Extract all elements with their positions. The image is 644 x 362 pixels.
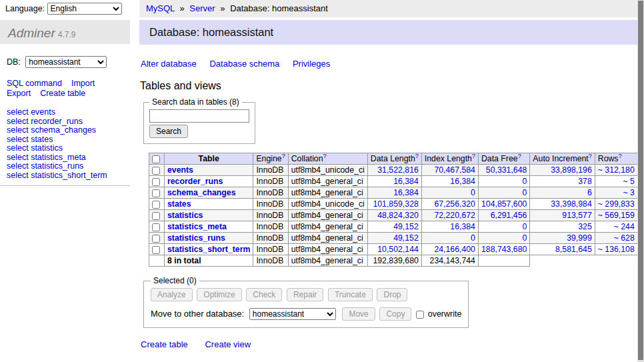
data-length-link[interactable]: 10,502,144 xyxy=(377,245,419,254)
help-link-icon[interactable]: ? xyxy=(589,153,592,159)
help-link-icon[interactable]: ? xyxy=(518,153,521,159)
select-table-link[interactable]: select xyxy=(7,125,29,135)
index-length-link[interactable]: 16,384 xyxy=(450,222,475,231)
data-free-link[interactable]: 0 xyxy=(523,233,527,243)
data-free-link[interactable]: 6,291,456 xyxy=(491,211,527,220)
move-button[interactable]: Move xyxy=(342,307,375,321)
rows-count-link[interactable]: ~ 299,833 xyxy=(598,199,635,209)
select-table-link[interactable]: select xyxy=(7,171,29,180)
table-name-link[interactable]: statistics_meta xyxy=(167,222,227,231)
row-checkbox[interactable] xyxy=(152,178,160,186)
data-free-link[interactable]: 104,857,600 xyxy=(481,199,527,209)
copy-button[interactable]: Copy xyxy=(379,307,411,321)
table-name-link[interactable]: schema_changes xyxy=(167,188,236,197)
create-table-link[interactable]: Create table xyxy=(141,339,188,349)
help-link-icon[interactable]: ? xyxy=(282,153,285,159)
auto-increment-link[interactable]: 913,577 xyxy=(562,211,591,220)
table-name-link[interactable]: events xyxy=(167,165,193,175)
select-table-link[interactable]: select xyxy=(7,135,29,144)
row-checkbox[interactable] xyxy=(152,246,160,254)
rows-count-link[interactable]: ~ 312,180 xyxy=(598,165,635,175)
select-table-link[interactable]: select xyxy=(7,117,29,126)
table-structure-link[interactable]: events xyxy=(31,107,55,117)
table-name-link[interactable]: statistics_runs xyxy=(167,233,225,243)
data-free-link[interactable]: 0 xyxy=(523,222,527,231)
row-checkbox[interactable] xyxy=(152,189,160,197)
analyze-button[interactable]: Analyze xyxy=(151,288,193,301)
index-length-link[interactable]: 0 xyxy=(471,233,475,243)
rows-count-link[interactable]: ~ 569,159 xyxy=(598,211,635,220)
table-name-link[interactable]: recorder_runs xyxy=(167,177,223,186)
data-free-link[interactable]: 0 xyxy=(523,188,527,197)
select-table-link[interactable]: select xyxy=(7,143,29,153)
select-table-link[interactable]: select xyxy=(7,153,29,162)
help-link-icon[interactable]: ? xyxy=(619,153,622,159)
table-structure-link[interactable]: statistics_meta xyxy=(31,153,86,162)
export-link[interactable]: Export xyxy=(7,89,31,98)
overwrite-checkbox[interactable] xyxy=(416,311,424,319)
table-structure-link[interactable]: states xyxy=(31,135,53,144)
select-table-link[interactable]: select xyxy=(7,161,29,171)
auto-increment-link[interactable]: 325 xyxy=(578,222,592,231)
table-structure-link[interactable]: statistics_runs xyxy=(31,161,83,171)
index-length-link[interactable]: 70,467,584 xyxy=(434,165,475,175)
sql-command-link[interactable]: SQL command xyxy=(7,79,62,88)
auto-increment-link[interactable]: 33,398,984 xyxy=(551,199,592,209)
rows-count-link[interactable]: ~ 5 xyxy=(623,177,634,186)
alter-database-link[interactable]: Alter database xyxy=(141,59,197,69)
index-length-link[interactable]: 16,384 xyxy=(450,177,475,186)
auto-increment-link[interactable]: 6 xyxy=(587,188,592,197)
scrollbar-thumb[interactable] xyxy=(638,1,643,360)
breadcrumb-server-link[interactable]: Server xyxy=(189,3,215,13)
language-select[interactable]: English xyxy=(47,3,122,15)
data-length-link[interactable]: 49,152 xyxy=(393,233,419,243)
help-link-icon[interactable]: ? xyxy=(472,153,475,159)
help-link-icon[interactable]: ? xyxy=(323,153,327,159)
table-structure-link[interactable]: statistics_short_term xyxy=(31,171,107,180)
breadcrumb-mysql-link[interactable]: MySQL xyxy=(146,3,175,13)
auto-increment-link[interactable]: 33,898,196 xyxy=(551,165,592,175)
create-view-link[interactable]: Create view xyxy=(205,339,251,349)
auto-increment-link[interactable]: 39,999 xyxy=(567,233,592,243)
table-structure-link[interactable]: recorder_runs xyxy=(31,117,83,126)
data-length-link[interactable]: 16,384 xyxy=(393,177,419,186)
data-free-link[interactable]: 188,743,680 xyxy=(481,245,527,254)
index-length-link[interactable]: 67,256,320 xyxy=(434,199,475,209)
data-length-link[interactable]: 16,384 xyxy=(393,188,419,197)
select-table-link[interactable]: select xyxy=(7,107,29,117)
repair-button[interactable]: Repair xyxy=(287,288,323,301)
rows-count-link[interactable]: ~ 628 xyxy=(614,233,635,243)
auto-increment-link[interactable]: 8,581,645 xyxy=(555,245,592,254)
row-checkbox[interactable] xyxy=(152,201,160,209)
rows-count-link[interactable]: ~ 3 xyxy=(623,188,634,197)
search-input[interactable] xyxy=(149,109,249,123)
auto-increment-link[interactable]: 378 xyxy=(578,177,592,186)
row-checkbox[interactable] xyxy=(152,235,160,243)
search-button[interactable]: Search xyxy=(149,125,188,138)
rows-count-link[interactable]: ~ 244 xyxy=(614,222,635,231)
index-length-link[interactable]: 0 xyxy=(471,188,475,197)
rows-count-link[interactable]: ~ 136,108 xyxy=(598,245,635,254)
data-length-link[interactable]: 101,859,328 xyxy=(373,199,418,209)
vertical-scrollbar[interactable] xyxy=(637,0,644,362)
database-schema-link[interactable]: Database schema xyxy=(209,59,279,69)
help-link-icon[interactable]: ? xyxy=(415,153,419,159)
row-checkbox[interactable] xyxy=(152,212,160,220)
check-button[interactable]: Check xyxy=(246,288,282,301)
create-table-nav-link[interactable]: Create table xyxy=(40,89,85,98)
index-length-link[interactable]: 72,220,672 xyxy=(434,211,475,220)
table-name-link[interactable]: statistics xyxy=(167,211,203,220)
table-name-link[interactable]: statistics_short_term xyxy=(167,245,250,254)
data-free-link[interactable]: 50,331,648 xyxy=(486,165,527,175)
truncate-button[interactable]: Truncate xyxy=(328,288,373,301)
data-free-link[interactable]: 0 xyxy=(523,177,527,186)
db-select[interactable]: homeassistant xyxy=(25,56,107,68)
data-length-link[interactable]: 48,824,320 xyxy=(377,211,419,220)
row-checkbox[interactable] xyxy=(152,223,160,231)
table-structure-link[interactable]: schema_changes xyxy=(31,125,96,135)
row-checkbox[interactable] xyxy=(152,167,160,175)
optimize-button[interactable]: Optimize xyxy=(197,288,241,301)
data-length-link[interactable]: 49,152 xyxy=(393,222,419,231)
data-length-link[interactable]: 31,522,816 xyxy=(377,165,419,175)
app-logo[interactable]: Adminer xyxy=(8,26,55,40)
